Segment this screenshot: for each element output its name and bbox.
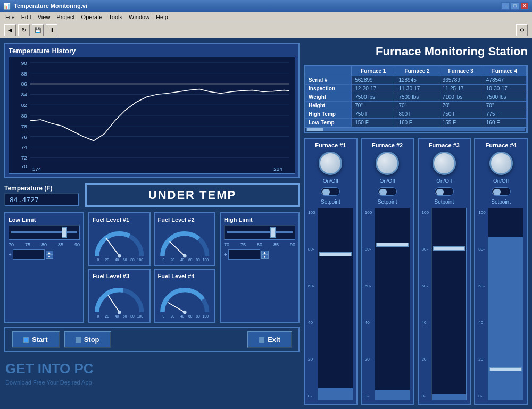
svg-text:20: 20	[170, 258, 174, 262]
fuel-level-1: Fuel Level #1 0 20 40 60	[88, 212, 151, 266]
table-row: High Temp750 F800 F750 F775 F	[305, 110, 527, 119]
furnace-2-vertical-slider[interactable]	[375, 208, 410, 400]
furnace-column-2: Furnace #2On/OffSetpoint100-80-60-40-20-…	[361, 138, 414, 405]
start-button[interactable]: Start	[12, 331, 60, 348]
stop-indicator	[76, 337, 81, 343]
menu-view[interactable]: View	[35, 13, 54, 21]
furnace-1-slider-wrapper: 100-80-60-40-20-0-	[308, 208, 353, 400]
scale-label: 40-	[422, 320, 430, 325]
furnace-controls: Furnace #1On/OffSetpoint100-80-60-40-20-…	[304, 138, 528, 405]
data-cell: 11-25-17	[439, 85, 483, 93]
row-header-cell: Low Temp	[305, 119, 352, 127]
data-cell: 128945	[395, 76, 439, 85]
furnace-2-onoff-label: On/Off	[379, 178, 395, 184]
svg-text:80: 80	[130, 258, 135, 262]
low-limit-slider[interactable]	[9, 225, 80, 240]
svg-text:80: 80	[196, 258, 200, 262]
save-button[interactable]: 💾	[32, 24, 44, 36]
pause-button[interactable]: ⏸	[46, 24, 57, 36]
svg-text:74: 74	[21, 144, 28, 150]
furnace-1-indicator	[319, 152, 342, 175]
stop-button[interactable]: Stop	[64, 331, 111, 348]
low-limit-down[interactable]: ▼	[46, 255, 53, 259]
svg-text:88: 88	[21, 71, 28, 77]
back-button[interactable]: ◀	[4, 24, 16, 36]
furnace-2-toggle[interactable]	[378, 187, 397, 196]
high-limit-down[interactable]: ▼	[261, 255, 269, 259]
setpoint-scale: 100-80-60-40-20-0-	[308, 208, 317, 400]
data-cell: 10-30-17	[483, 85, 526, 93]
low-limit-up[interactable]: ▲	[46, 251, 53, 255]
scale-label: 100-	[308, 210, 317, 215]
data-cell: 7500 lbs	[483, 93, 526, 102]
svg-text:86: 86	[21, 81, 28, 87]
exit-button[interactable]: Exit	[247, 331, 292, 348]
furnace-4-toggle[interactable]	[492, 187, 511, 196]
table-row: Height70"70"70"70"	[305, 102, 527, 110]
furnace-1-vertical-slider[interactable]	[318, 208, 353, 400]
menu-edit[interactable]: Edit	[18, 13, 35, 21]
low-limit-input[interactable]: 86.02	[13, 249, 45, 260]
slider-fill	[318, 388, 353, 400]
toolbar: ◀ ↻ 💾 ⏸ ⚙	[0, 22, 532, 38]
bottom-bar: Start Stop Exit	[4, 327, 300, 352]
svg-text:224: 224	[273, 166, 282, 172]
data-cell: 562899	[352, 76, 395, 85]
scale-label: 0-	[478, 394, 487, 398]
svg-line-24	[106, 238, 119, 256]
high-limit-input[interactable]: 85.00	[228, 249, 260, 260]
fuel-4-label: Fuel Level #4	[158, 273, 212, 279]
furnace-table: Furnace 1Furnace 2Furnace 3Furnace 4Seri…	[305, 66, 527, 127]
menu-bar: FileEditViewProjectOperateToolsWindowHel…	[0, 12, 532, 22]
row-header-cell: Serial #	[305, 76, 352, 85]
furnace-1-toggle[interactable]	[321, 187, 340, 196]
gauge-3-svg: 0 20 40 60 80 100	[93, 281, 146, 319]
menu-file[interactable]: File	[2, 13, 18, 21]
menu-help[interactable]: Help	[153, 13, 171, 21]
maximize-button[interactable]: □	[511, 2, 519, 10]
menu-project[interactable]: Project	[53, 13, 78, 21]
data-cell: 750 F	[439, 110, 483, 119]
controls-row: Low Limit 7075808590 ÷ 86.02 ▲ ▼	[4, 212, 300, 323]
menu-operate[interactable]: Operate	[78, 13, 106, 21]
furnace-3-indicator	[433, 152, 456, 175]
close-button[interactable]: ✕	[520, 2, 529, 10]
refresh-button[interactable]: ↻	[18, 24, 30, 36]
furnace-4-vertical-slider[interactable]	[488, 208, 523, 400]
svg-text:0: 0	[162, 258, 164, 262]
high-limit-label: High Limit	[224, 216, 295, 223]
row-header-cell: Inspection	[305, 85, 352, 93]
svg-point-25	[118, 254, 121, 258]
high-limit-slider[interactable]	[224, 225, 295, 240]
svg-text:20: 20	[105, 258, 109, 262]
data-cell: 750 F	[352, 110, 395, 119]
row-header-cell: Height	[305, 102, 352, 110]
furnace-4-slider-wrapper: 100-80-60-40-20-0-	[478, 208, 523, 400]
minimize-button[interactable]: ─	[501, 2, 510, 10]
svg-text:76: 76	[21, 134, 28, 140]
data-cell: 11-30-17	[395, 85, 439, 93]
fuel-gauges-bottom: Fuel Level #3 0 20 40 60	[88, 269, 215, 323]
svg-text:72: 72	[21, 155, 28, 161]
scrollbar-thumb[interactable]	[307, 128, 323, 131]
settings-button[interactable]: ⚙	[516, 24, 528, 36]
svg-point-41	[118, 311, 121, 314]
low-limit-scale: 7075808590	[9, 242, 80, 247]
furnace-3-toggle[interactable]	[435, 187, 454, 196]
table-scrollbar[interactable]	[305, 127, 527, 132]
toggle-knob	[436, 189, 444, 195]
menu-tools[interactable]: Tools	[105, 13, 126, 21]
scale-label: 80-	[308, 247, 317, 252]
low-limit-label: Low Limit	[9, 216, 80, 223]
menu-window[interactable]: Window	[126, 13, 153, 21]
furnace-1-onoff-label: On/Off	[323, 178, 338, 184]
table-row: Weight7500 lbs7500 lbs7100 lbs7500 lbs	[305, 93, 527, 102]
table-row: Low Temp150 F160 F155 F160 F	[305, 119, 527, 127]
chart-container: 90 88 86 84 82 80 78 76 74 72 70 174 224	[9, 57, 295, 174]
furnace-3-vertical-slider[interactable]	[431, 208, 467, 400]
high-limit-up[interactable]: ▲	[261, 251, 269, 255]
gauge-4-svg: 0 20 40 60 80 100	[158, 281, 212, 319]
svg-text:100: 100	[137, 314, 143, 318]
svg-text:20: 20	[105, 314, 109, 318]
gauge-2-svg: 0 20 40 60 80 100	[158, 225, 212, 262]
